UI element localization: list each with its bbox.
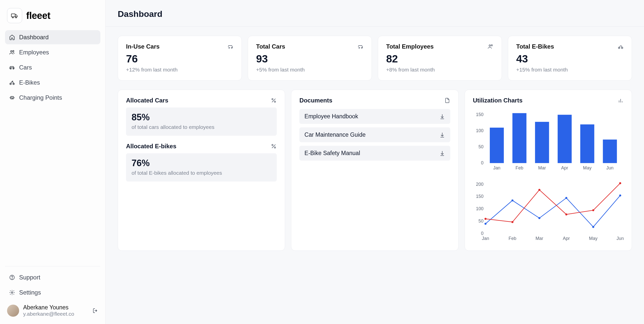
stat-sub: +8% from last month: [386, 67, 494, 73]
svg-rect-33: [535, 122, 549, 163]
nav-charging[interactable]: Charging Points: [5, 91, 100, 105]
download-icon[interactable]: [439, 132, 445, 138]
nav-label: Charging Points: [19, 94, 62, 101]
svg-text:Jun: Jun: [617, 236, 624, 241]
doc-item[interactable]: Employee Handbook: [299, 109, 450, 124]
doc-list: Employee HandbookCar Maintenance GuideE-…: [299, 109, 450, 161]
stats-row: In-Use Cars 76 +12% from last month Tota…: [118, 36, 632, 81]
line-chart: 050100150200JanFebMarAprMayJun: [473, 179, 624, 242]
svg-point-18: [491, 45, 493, 46]
svg-point-14: [231, 47, 232, 48]
svg-point-6: [13, 68, 14, 69]
svg-text:100: 100: [476, 206, 484, 211]
nav-settings[interactable]: Settings: [5, 285, 100, 300]
download-icon[interactable]: [439, 150, 445, 156]
svg-point-3: [11, 51, 12, 52]
svg-rect-29: [490, 128, 504, 163]
svg-point-22: [274, 101, 276, 102]
svg-point-24: [274, 147, 276, 148]
charging-icon: [9, 95, 15, 101]
svg-point-59: [511, 221, 513, 223]
svg-text:Feb: Feb: [515, 165, 523, 170]
svg-rect-39: [603, 139, 617, 163]
svg-point-15: [359, 47, 360, 48]
stat-value: 76: [126, 54, 233, 64]
svg-text:150: 150: [476, 112, 484, 117]
nav-label: Employees: [19, 49, 49, 56]
main: Dashboard In-Use Cars 76 +12% from last …: [106, 0, 644, 324]
svg-point-23: [272, 145, 273, 146]
truck-icon: [11, 12, 18, 19]
bar-chart-icon: [618, 97, 624, 103]
nav-support[interactable]: Support: [5, 270, 100, 284]
percent-icon: [271, 143, 277, 149]
svg-text:Apr: Apr: [561, 165, 568, 170]
doc-name: Employee Handbook: [304, 113, 358, 120]
stat-value: 43: [516, 54, 624, 64]
mid-row: Allocated Cars 85% of total cars allocat…: [118, 90, 632, 251]
svg-rect-31: [512, 113, 527, 163]
nav-employees[interactable]: Employees: [5, 45, 100, 59]
file-icon: [444, 97, 450, 103]
svg-text:0: 0: [481, 231, 484, 236]
svg-text:Mar: Mar: [535, 236, 543, 241]
svg-text:May: May: [589, 236, 597, 241]
user-profile[interactable]: Aberkane Younes y.aberkane@fleeet.co: [5, 301, 100, 318]
doc-name: Car Maintenance Guide: [304, 131, 366, 138]
brand: fleeet: [5, 6, 100, 30]
svg-text:Jan: Jan: [493, 165, 500, 170]
doc-item[interactable]: E-Bike Safety Manual: [299, 146, 450, 161]
nav-ebikes[interactable]: E-Bikes: [5, 76, 100, 90]
percent-icon: [271, 97, 277, 103]
car-icon: [227, 44, 233, 50]
home-icon: [9, 34, 15, 40]
stat-sub: +12% from last month: [126, 67, 233, 73]
brand-logo: [7, 8, 22, 23]
documents-card: Documents Employee HandbookCar Maintenan…: [291, 90, 458, 251]
logout-icon[interactable]: [92, 308, 98, 314]
allocations-card: Allocated Cars 85% of total cars allocat…: [118, 90, 285, 251]
svg-point-12: [11, 292, 13, 293]
car-icon: [9, 64, 15, 70]
alloc-sub: of total E-bikes allocated to employees: [132, 170, 271, 176]
alloc-ebikes-head: Allocated E-bikes: [126, 143, 277, 150]
svg-point-55: [565, 197, 567, 199]
doc-name: E-Bike Safety Manual: [304, 150, 360, 157]
nav-label: E-Bikes: [19, 79, 40, 86]
stat-value: 82: [386, 54, 494, 64]
brand-name: fleeet: [26, 10, 50, 21]
user-email: y.aberkane@fleeet.co: [23, 311, 74, 317]
section-title: Documents: [299, 97, 332, 104]
nav-label: Settings: [19, 289, 41, 296]
svg-point-56: [592, 226, 594, 228]
svg-point-11: [12, 278, 12, 279]
section-title: Allocated E-bikes: [126, 143, 176, 150]
users-icon: [488, 44, 494, 50]
chart-stack: 050100150JanFebMarAprMayJun 050100150200…: [473, 109, 624, 242]
svg-text:Feb: Feb: [508, 236, 516, 241]
page-title: Dashboard: [118, 9, 632, 19]
alloc-cars-head: Allocated Cars: [126, 97, 277, 104]
primary-nav: Dashboard Employees Cars E-Bikes Chargin…: [5, 30, 100, 105]
svg-point-63: [619, 182, 621, 184]
nav-cars[interactable]: Cars: [5, 60, 100, 75]
svg-text:Jan: Jan: [482, 236, 489, 241]
download-icon[interactable]: [439, 114, 445, 120]
svg-text:200: 200: [476, 182, 484, 187]
svg-rect-0: [11, 14, 15, 17]
svg-text:50: 50: [478, 144, 484, 149]
alloc-cars-block: 85% of total cars allocated to employees: [126, 107, 277, 136]
svg-text:Mar: Mar: [538, 165, 546, 170]
sidebar: fleeet Dashboard Employees Cars E-Bikes …: [0, 0, 106, 324]
svg-rect-37: [580, 124, 594, 163]
avatar: [7, 305, 19, 317]
svg-point-1: [12, 17, 14, 18]
alloc-value: 76%: [132, 158, 271, 168]
doc-item[interactable]: Car Maintenance Guide: [299, 127, 450, 142]
stat-total-cars: Total Cars 93 +5% from last month: [248, 36, 372, 81]
sidebar-bottom: Support Settings Aberkane Younes y.aberk…: [5, 266, 100, 318]
content: In-Use Cars 76 +12% from last month Tota…: [106, 27, 644, 260]
nav-label: Cars: [19, 64, 32, 71]
help-icon: [9, 274, 15, 280]
nav-dashboard[interactable]: Dashboard: [5, 30, 100, 44]
